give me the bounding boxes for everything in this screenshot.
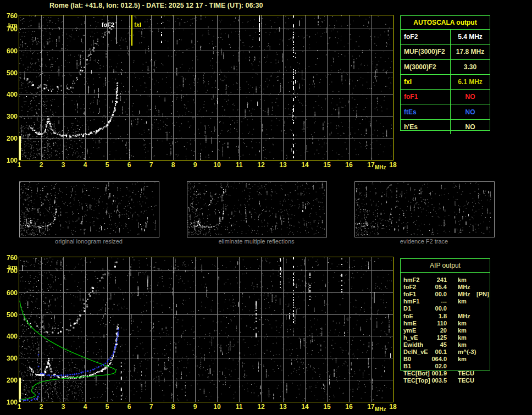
freq-unit-label: MHz — [375, 164, 386, 170]
aip-row: foF100.0MHz[PN] — [401, 291, 494, 298]
autoscala-row: h'EsNO — [401, 120, 490, 134]
aip-table: AIP output hmF2241kmfoF205.4MHzfoF100.0M… — [400, 258, 490, 370]
autoscala-row-value: 3.30 — [451, 63, 490, 71]
aip-row: foE1.8MHz — [401, 313, 494, 320]
height-tick-label: 760 — [1, 12, 18, 20]
aip-row-unit: km — [458, 334, 467, 341]
freq-tick-label: 9 — [187, 403, 203, 411]
height-unit-label: km — [1, 22, 18, 30]
freq-tick-label: 2 — [33, 161, 49, 169]
panel-evidence-caption: evidence F2 trace — [354, 238, 494, 245]
autoscala-row-value: 6.1 MHz — [451, 78, 490, 86]
autoscala-row: foF1NO — [401, 90, 490, 104]
aip-row: D100.0 — [401, 305, 494, 312]
freq-tick-label: 18 — [385, 403, 401, 411]
aip-row: hmF2241km — [401, 276, 494, 284]
aip-row-unit: TECU — [458, 377, 474, 384]
freq-unit-label: MHz — [375, 406, 386, 412]
autoscala-row-label: MUF(3000)F2 — [401, 45, 451, 59]
aip-row-value: 001.9 — [423, 370, 447, 377]
height-tick-label: 400 — [1, 333, 18, 340]
aip-row-label: foF2 — [403, 284, 416, 290]
height-tick-label: 200 — [1, 377, 18, 384]
freq-tick-label: 12 — [253, 403, 269, 411]
freq-tick-label: 10 — [209, 161, 225, 169]
aip-row-unit: km — [458, 356, 467, 362]
freq-tick-label: 10 — [209, 403, 225, 411]
aip-row-value: 02.0 — [423, 363, 447, 369]
freq-tick-label: 12 — [253, 161, 269, 169]
aip-row-value: 45 — [423, 341, 447, 348]
aip-table-title: AIP output — [401, 259, 490, 273]
aip-row-unit: m^(-3) — [458, 348, 476, 355]
autoscala-row-value: 5.4 MHz — [451, 33, 490, 41]
height-tick-label: 500 — [1, 69, 18, 77]
aip-row: DelN_vE00.1m^(-3) — [401, 348, 494, 356]
autoscala-row-value: NO — [451, 93, 490, 101]
panel-original-caption: original ionogram resized — [19, 238, 158, 245]
aip-row-value: 110 — [423, 320, 447, 327]
aip-row-label: B1 — [403, 363, 411, 369]
autoscala-table-title: AUTOSCALA output — [401, 16, 490, 30]
autoscala-row: M(3000)F23.30 — [401, 60, 490, 75]
aip-row-value: 003.5 — [423, 377, 447, 384]
autoscala-row-label: foF2 — [401, 30, 451, 44]
aip-row-label: D1 — [403, 305, 411, 312]
freq-tick-label: 8 — [165, 403, 181, 411]
aip-row: B0064.0km — [401, 356, 494, 363]
height-tick-label: 760 — [1, 254, 18, 262]
aip-row: ymE20km — [401, 327, 494, 334]
freq-tick-label: 8 — [165, 161, 181, 169]
aip-row-label: h_vE — [403, 334, 418, 341]
freq-tick-label: 15 — [319, 403, 335, 411]
autoscala-row-label: ftEs — [401, 104, 451, 119]
aip-row-label: hmE — [403, 320, 417, 327]
aip-row-label: foE — [403, 313, 413, 319]
height-unit-label: km — [1, 264, 18, 272]
panel-original-ionogram — [19, 181, 159, 237]
aip-row-unit: MHz — [458, 284, 470, 290]
aip-row: h_vE125km — [401, 334, 494, 341]
autoscala-window: Rome (lat: +41.8, lon: 012.5) - DATE: 20… — [0, 0, 532, 415]
height-tick-label: 300 — [1, 355, 18, 362]
freq-tick-label: 5 — [99, 403, 115, 411]
bottom-ionogram-canvas — [19, 257, 393, 402]
aip-row: TEC[Top]003.5TECU — [401, 377, 494, 384]
aip-row-value: 1.8 — [423, 313, 447, 319]
height-tick-label: 200 — [1, 135, 18, 142]
aip-row: hmF1---km — [401, 298, 494, 305]
aip-row-unit: km — [458, 341, 467, 348]
freq-tick-label: 3 — [55, 403, 71, 411]
aip-row-value: 00.0 — [423, 305, 447, 312]
freq-tick-label: 5 — [99, 161, 115, 169]
freq-tick-label: 7 — [143, 161, 159, 169]
freq-tick-label: 13 — [275, 161, 291, 169]
aip-row-label: Ewidth — [403, 341, 423, 348]
freq-tick-label: 6 — [121, 161, 137, 169]
aip-row-label: B0 — [403, 356, 411, 362]
height-tick-label: 500 — [1, 311, 18, 319]
freq-tick-label: 16 — [341, 161, 357, 169]
panel-eliminate-reflections — [187, 181, 327, 237]
aip-row: hmE110km — [401, 320, 494, 327]
header-title: Rome (lat: +41.8, lon: 012.5) - DATE: 20… — [49, 2, 263, 9]
freq-tick-label: 11 — [231, 403, 247, 411]
freq-tick-label: 16 — [341, 403, 357, 411]
aip-row-value: 241 — [423, 276, 447, 283]
aip-row-value: 064.0 — [423, 356, 447, 362]
autoscala-row: fxI6.1 MHz — [401, 75, 490, 90]
aip-row-value: 05.4 — [423, 284, 447, 290]
freq-tick-label: 3 — [55, 161, 71, 169]
aip-row-label: hmF2 — [403, 276, 419, 283]
aip-row: B102.0 — [401, 363, 494, 370]
panel-eliminate-canvas — [187, 182, 325, 236]
height-tick-label: 100 — [1, 157, 18, 164]
autoscala-row-label: h'Es — [401, 120, 451, 134]
height-tick-label: 600 — [1, 289, 18, 297]
freq-tick-label: 6 — [121, 403, 137, 411]
autoscala-row-value: 17.8 MHz — [451, 48, 490, 56]
aip-row-unit: km — [458, 276, 467, 283]
freq-tick-label: 4 — [77, 161, 93, 169]
panel-evidence-f2 — [354, 181, 495, 237]
fxI-marker-label: fxI — [134, 21, 141, 28]
